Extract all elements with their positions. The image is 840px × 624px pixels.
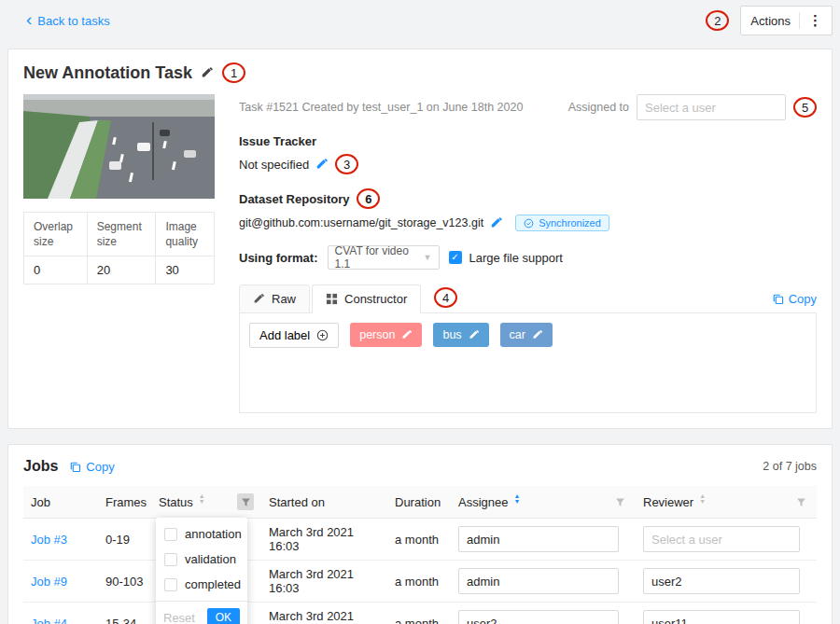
status-filter-funnel-icon[interactable] [237,493,254,510]
assigned-to-label: Assigned to [568,101,629,114]
job-4-started: March 3rd 2021 16:03 [269,609,354,624]
label-chip-car[interactable]: car [500,323,553,347]
param-header-overlap: Overlap size [24,213,88,257]
job-9-reviewer-input[interactable] [643,568,800,594]
jobs-table: Job Frames Status ▲▼ Started on Duration… [23,486,817,624]
filter-ok-button[interactable]: OK [207,608,240,624]
completed-checkbox[interactable] [164,578,177,591]
annotation-circle-3: 3 [335,154,358,174]
label-constructor-panel: Add label person bus car [239,312,817,413]
annotation-circle-5: 5 [793,97,817,118]
copy-icon [772,293,784,305]
filter-reset-button[interactable]: Reset [163,611,195,624]
job-3-link[interactable]: Job #3 [31,533,67,547]
edit-issue-tracker-icon[interactable] [315,158,329,171]
reviewer-sorter-icon[interactable]: ▲▼ [699,496,706,507]
filter-option-completed[interactable]: completed [156,572,247,597]
format-select[interactable]: CVAT for video 1.1 ▼ [328,245,440,270]
col-header-started: Started on [261,486,387,519]
col-header-assignee[interactable]: Assignee ▲▼ [451,486,636,519]
topbar: ‹ Back to tasks 2 Actions ⋮ [0,0,840,41]
job-row-3: Job #4 15-34 March 3rd 2021 16:03 a mont… [23,603,817,624]
plus-circle-icon [316,329,329,341]
jobs-copy-label: Copy [86,460,114,474]
job-3-started: March 3rd 2021 16:03 [269,525,354,553]
add-label-text: Add label [259,328,310,342]
labels-copy-link[interactable]: Copy [772,292,817,306]
job-3-duration: a month [395,533,439,547]
back-to-tasks-link[interactable]: ‹ Back to tasks [26,14,110,28]
job-9-assignee-input[interactable] [458,568,619,594]
annotation-circle-6: 6 [357,188,380,209]
edit-label-bus-icon[interactable] [469,329,480,340]
annotation-checkbox[interactable] [164,528,177,541]
using-format-label: Using format: [239,251,318,265]
annotation-circle-2: 2 [706,10,729,31]
annotation-circle-1: 1 [222,62,245,83]
job-3-reviewer-input[interactable] [643,526,800,552]
annotation-circle-4: 4 [434,287,457,308]
assigned-to-input[interactable] [637,94,786,120]
filter-option-annotation[interactable]: annotation [156,521,247,547]
edit-repository-icon[interactable] [490,216,503,229]
col-header-frames: Frames [98,486,151,519]
job-row-2: Job #9 90-103 March 3rd 2021 16:03 a mon… [23,561,817,603]
job-row-1: Job #3 0-19 March 3rd 2021 16:03 a month [23,519,817,561]
job-9-link[interactable]: Job #9 [31,575,67,589]
button-divider [799,12,800,29]
edit-label-car-icon[interactable] [532,329,543,340]
more-vertical-icon: ⋮ [808,12,822,29]
back-chevron-icon: ‹ [26,13,32,26]
reviewer-filter-funnel-icon[interactable] [792,493,809,510]
col-header-reviewer[interactable]: Reviewer ▲▼ [636,486,817,519]
job-4-frames: 15-34 [105,617,136,624]
col-header-status[interactable]: Status ▲▼ [151,486,261,519]
dataset-repository-label: Dataset Repository [239,192,349,206]
job-9-duration: a month [395,575,439,589]
edit-label-person-icon[interactable] [401,329,413,340]
large-file-support-option[interactable]: ✓ Large file support [449,251,563,265]
job-4-assignee-input[interactable] [458,610,619,624]
col-header-duration: Duration [387,486,451,519]
filter-option-validation[interactable]: validation [156,547,247,572]
assignee-sorter-icon[interactable]: ▲▼ [513,496,520,507]
param-value-overlap: 0 [24,257,88,284]
status-filter-dropdown: annotation validation completed Reset OK [156,518,247,624]
job-4-link[interactable]: Job #4 [31,617,67,624]
param-header-quality: Image quality [156,213,215,257]
jobs-card: Jobs Copy 2 of 7 jobs Job Frames Status … [7,444,833,624]
labels-copy-label: Copy [789,292,817,306]
job-3-frames: 0-19 [105,533,130,547]
sync-badge-label: Synchronized [539,217,601,229]
job-4-reviewer-input[interactable] [643,610,800,624]
repository-url: git@github.com:username/git_storage_v123… [239,216,483,229]
job-3-assignee-input[interactable] [458,526,619,552]
label-chip-car-name: car [510,328,525,341]
job-9-frames: 90-103 [105,575,143,589]
label-chip-person[interactable]: person [350,323,422,347]
issue-tracker-label: Issue Tracker [239,134,817,148]
actions-button[interactable]: Actions ⋮ [740,6,833,35]
raw-pencil-icon [253,293,265,305]
status-sorter-icon[interactable]: ▲▼ [199,496,205,507]
jobs-count: 2 of 7 jobs [763,460,817,473]
param-value-quality: 30 [156,257,215,284]
task-title: New Annotation Task [23,63,192,83]
job-4-duration: a month [395,617,439,624]
tab-constructor[interactable]: Constructor [312,284,421,313]
issue-tracker-value: Not specified [239,158,309,172]
task-preview-image [23,94,215,199]
col-header-job: Job [23,486,98,519]
edit-task-name-icon[interactable] [201,66,214,79]
jobs-copy-link[interactable]: Copy [69,460,114,474]
add-label-button[interactable]: Add label [249,323,339,348]
param-header-segment: Segment size [87,213,156,257]
jobs-title: Jobs [23,458,58,475]
large-file-support-checkbox[interactable]: ✓ [449,251,462,264]
sync-status-badge: Synchronized [515,215,609,231]
tab-raw[interactable]: Raw [239,284,310,313]
assignee-filter-funnel-icon[interactable] [611,493,628,510]
label-chip-bus[interactable]: bus [433,323,488,347]
validation-checkbox[interactable] [164,553,177,566]
job-9-started: March 3rd 2021 16:03 [269,567,354,595]
